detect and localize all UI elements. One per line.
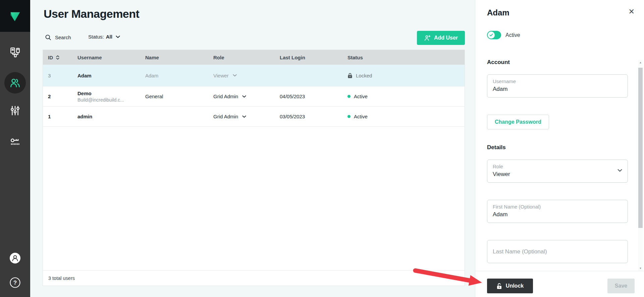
sidebar-item-machines[interactable] — [0, 41, 30, 65]
cell-id: 3 — [48, 73, 77, 78]
cell-name: General — [145, 94, 213, 99]
active-nav-highlight — [4, 72, 26, 94]
sidebar-item-settings[interactable] — [0, 99, 30, 123]
main-content: User Management Search Status: All Add U… — [30, 0, 475, 297]
status-filter-value: All — [106, 34, 112, 40]
last-name-placeholder: Last Name (Optional) — [493, 244, 622, 259]
lock-icon — [347, 73, 353, 78]
status-filter-label: Status: — [88, 34, 104, 40]
status-text: Active — [354, 94, 368, 99]
cell-name: Adam — [145, 73, 213, 78]
add-user-label: Add User — [434, 35, 458, 41]
panel-footer: Unlock Save — [475, 271, 644, 297]
account-section-heading: Account — [487, 59, 510, 66]
column-header-last-login: Last Login — [280, 55, 347, 60]
toggle-knob — [488, 32, 495, 39]
cell-username: admin — [77, 114, 145, 119]
column-header-name: Name — [145, 55, 213, 60]
incredibuild-logo — [0, 0, 30, 32]
total-users-count: 3 total users — [48, 276, 75, 281]
sliders-icon — [9, 105, 21, 116]
user-avatar-icon — [9, 252, 21, 264]
app-window: ? User Management Search Status: All — [0, 0, 644, 297]
close-icon[interactable]: ✕ — [629, 8, 635, 15]
role-dropdown[interactable]: Viewer — [213, 73, 280, 78]
last-name-field[interactable]: Last Name (Optional) — [487, 240, 628, 263]
first-name-value: Adam — [493, 211, 622, 218]
column-header-role: Role — [213, 55, 280, 60]
save-button[interactable]: Save — [607, 279, 635, 293]
active-toggle[interactable] — [487, 31, 501, 39]
cell-username: Demo Build@incredibuild.c... — [77, 91, 145, 103]
chevron-down-icon — [618, 169, 622, 172]
column-header-id[interactable]: ID — [48, 55, 77, 60]
scrollbar-up-arrow[interactable]: ▲ — [638, 60, 643, 65]
table-row[interactable]: 3 Adam Adam Viewer Locked — [43, 65, 465, 86]
sort-icon — [56, 55, 59, 60]
search-icon — [45, 34, 52, 41]
chevron-down-icon — [242, 95, 246, 98]
scrollbar-thumb[interactable] — [638, 68, 643, 228]
sidebar-item-help[interactable]: ? — [0, 271, 30, 295]
help-icon: ? — [9, 277, 21, 289]
cell-status: Locked — [347, 73, 465, 78]
cell-last-login: 03/05/2023 — [280, 114, 347, 119]
username-field-value: Adam — [493, 86, 622, 93]
chevron-down-icon — [233, 74, 237, 77]
cell-email: Build@incredibuild.c... — [77, 97, 145, 103]
active-status-dot — [347, 115, 351, 118]
role-dropdown[interactable]: Grid Admin — [213, 114, 280, 119]
details-section-heading: Details — [487, 144, 506, 151]
cell-status: Active — [347, 114, 465, 119]
add-user-icon — [424, 35, 431, 42]
change-password-button[interactable]: Change Password — [487, 115, 549, 129]
check-icon — [489, 34, 493, 37]
add-user-button[interactable]: Add User — [417, 31, 465, 45]
sidebar-item-license[interactable] — [0, 130, 30, 155]
status-text: Active — [354, 114, 368, 119]
incredibuild-logo-glyph — [7, 8, 23, 24]
first-name-label: First Name (Optional) — [493, 204, 622, 210]
users-icon — [9, 77, 21, 88]
table-footer: 3 total users — [43, 270, 465, 286]
license-key-icon — [9, 136, 21, 148]
machines-icon — [9, 47, 21, 58]
users-table: ID Username Name Role Last Login Status … — [43, 50, 465, 286]
role-select[interactable]: Role Viewer — [487, 160, 628, 183]
status-filter[interactable]: Status: All — [88, 34, 120, 40]
page-title: User Management — [44, 7, 139, 20]
status-text: Locked — [356, 73, 372, 78]
role-select-label: Role — [493, 164, 622, 169]
role-dropdown[interactable]: Grid Admin — [213, 94, 280, 99]
panel-title: Adam — [487, 8, 509, 17]
sidebar-item-users[interactable] — [0, 71, 30, 95]
unlock-icon — [496, 283, 502, 289]
cell-id: 2 — [48, 94, 77, 99]
search-label: Search — [55, 35, 71, 40]
username-field[interactable]: Username Adam — [487, 74, 628, 98]
table-row[interactable]: 2 Demo Build@incredibuild.c... General G… — [43, 86, 465, 107]
active-toggle-row: Active — [487, 31, 520, 39]
scrollbar-down-arrow[interactable]: ▼ — [638, 265, 643, 271]
sidebar: ? — [0, 0, 30, 297]
cell-username: Adam — [77, 73, 145, 78]
panel-scrollbar: ▲ ▼ — [638, 60, 643, 271]
active-status-dot — [347, 95, 351, 98]
username-field-label: Username — [493, 78, 622, 84]
column-header-username: Username — [77, 55, 145, 60]
first-name-field[interactable]: First Name (Optional) Adam — [487, 200, 628, 223]
cell-id: 1 — [48, 114, 77, 119]
cell-last-login: 04/05/2023 — [280, 94, 347, 99]
chevron-down-icon — [242, 115, 246, 118]
sidebar-item-profile[interactable] — [0, 246, 30, 270]
search-control[interactable]: Search — [45, 34, 71, 41]
table-row[interactable]: 1 admin Grid Admin 03/05/2023 Active — [43, 107, 465, 127]
unlock-button[interactable]: Unlock — [487, 279, 533, 293]
user-detail-panel: Adam ✕ Active Account Username Adam Chan… — [475, 0, 644, 297]
column-header-status: Status — [347, 55, 465, 60]
active-toggle-label: Active — [505, 32, 520, 38]
role-select-value: Viewer — [493, 171, 622, 178]
cell-status: Active — [347, 94, 465, 99]
table-header-row: ID Username Name Role Last Login Status — [43, 50, 465, 65]
svg-text:?: ? — [13, 280, 17, 286]
